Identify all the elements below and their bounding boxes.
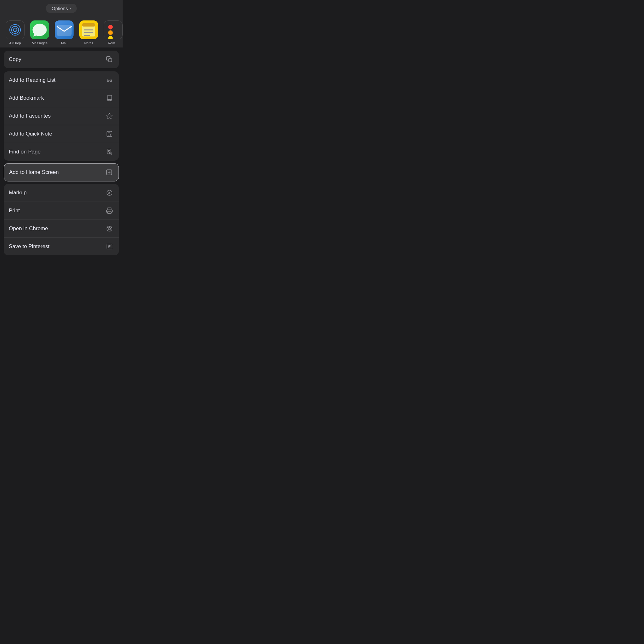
- markup-icon: [105, 188, 114, 197]
- messages-label: Messages: [32, 41, 47, 45]
- notes-svg-icon: [79, 20, 98, 39]
- svg-rect-14: [108, 58, 112, 62]
- save-pinterest-item[interactable]: Save to Pinterest: [4, 238, 119, 255]
- add-reading-list-label: Add to Reading List: [9, 77, 55, 83]
- svg-point-32: [108, 227, 110, 230]
- mail-label: Mail: [61, 41, 67, 45]
- add-home-screen-label: Add to Home Screen: [9, 169, 59, 175]
- mail-svg-icon: [55, 20, 74, 39]
- svg-marker-18: [107, 113, 112, 119]
- options-button[interactable]: Options ›: [46, 4, 77, 13]
- book-icon: [105, 94, 114, 103]
- airdrop-icon-wrap: [6, 20, 25, 39]
- airdrop-app-icon[interactable]: AirDrop: [5, 20, 25, 45]
- add-reading-list-item[interactable]: Add to Reading List: [4, 71, 119, 89]
- svg-marker-4: [14, 33, 16, 35]
- svg-line-35: [107, 227, 108, 228]
- reminders-icon-wrap: [104, 20, 123, 39]
- mail-icon-wrap: [55, 20, 74, 39]
- notes-app-icon[interactable]: Notes: [79, 20, 99, 45]
- svg-point-13: [108, 36, 113, 39]
- chevron-right-icon: ›: [70, 6, 71, 11]
- quicknote-icon: [105, 130, 114, 138]
- open-chrome-label: Open in Chrome: [9, 225, 48, 232]
- svg-line-34: [110, 227, 112, 228]
- notes-icon-wrap: [79, 20, 98, 39]
- markup-label: Markup: [9, 190, 27, 196]
- copy-icon: [105, 55, 114, 64]
- svg-rect-7: [82, 23, 95, 27]
- star-icon: [105, 112, 114, 120]
- share-sheet: Options › AirDrop Me: [0, 0, 123, 255]
- svg-line-22: [111, 154, 112, 154]
- add-quick-note-label: Add to Quick Note: [9, 131, 52, 137]
- menu-group-2: Markup Print Open in Chrome: [4, 184, 119, 255]
- print-item[interactable]: Print: [4, 202, 119, 220]
- markup-item[interactable]: Markup: [4, 184, 119, 202]
- svg-rect-5: [57, 25, 71, 36]
- save-pinterest-label: Save to Pinterest: [9, 243, 49, 250]
- search-doc-icon: [105, 147, 114, 156]
- options-label: Options: [52, 6, 68, 11]
- copy-label: Copy: [9, 56, 21, 63]
- copy-menu-item[interactable]: Copy: [4, 51, 119, 68]
- svg-point-12: [108, 30, 113, 35]
- top-bar: Options ›: [0, 0, 123, 15]
- chrome-icon: [105, 224, 114, 233]
- add-home-screen-item[interactable]: Add to Home Screen: [4, 163, 119, 181]
- messages-svg-icon: [30, 20, 49, 39]
- print-icon: [105, 206, 114, 215]
- copy-section: Copy: [4, 51, 119, 68]
- svg-rect-30: [108, 211, 111, 214]
- add-favourites-label: Add to Favourites: [9, 113, 51, 119]
- add-quick-note-item[interactable]: Add to Quick Note: [4, 125, 119, 143]
- messages-app-icon[interactable]: Messages: [30, 20, 50, 45]
- reminders-svg-icon: [104, 21, 122, 39]
- svg-point-29: [109, 192, 110, 193]
- svg-point-11: [108, 25, 113, 30]
- glasses-icon: [105, 76, 114, 85]
- open-chrome-item[interactable]: Open in Chrome: [4, 220, 119, 238]
- find-on-page-item[interactable]: Find on Page: [4, 143, 119, 161]
- find-on-page-label: Find on Page: [9, 149, 41, 155]
- reminders-app-icon[interactable]: Rem…: [103, 20, 123, 45]
- app-icons-row: AirDrop Messages Mail: [0, 15, 123, 47]
- highlighted-section: Add to Home Screen: [4, 163, 119, 181]
- airdrop-label: AirDrop: [9, 41, 21, 45]
- airdrop-svg-icon: [9, 24, 21, 36]
- add-favourites-item[interactable]: Add to Favourites: [4, 107, 119, 125]
- notes-label: Notes: [84, 41, 93, 45]
- messages-icon-wrap: [30, 20, 49, 39]
- add-bookmark-item[interactable]: Add Bookmark: [4, 89, 119, 107]
- pinterest-icon: [105, 242, 114, 251]
- reminders-label: Rem…: [108, 41, 119, 45]
- menu-group-1: Add to Reading List Add Bookmark Add: [4, 71, 119, 161]
- print-label: Print: [9, 208, 20, 214]
- add-bookmark-label: Add Bookmark: [9, 95, 44, 101]
- mail-app-icon[interactable]: Mail: [54, 20, 74, 45]
- plus-square-icon: [105, 168, 114, 177]
